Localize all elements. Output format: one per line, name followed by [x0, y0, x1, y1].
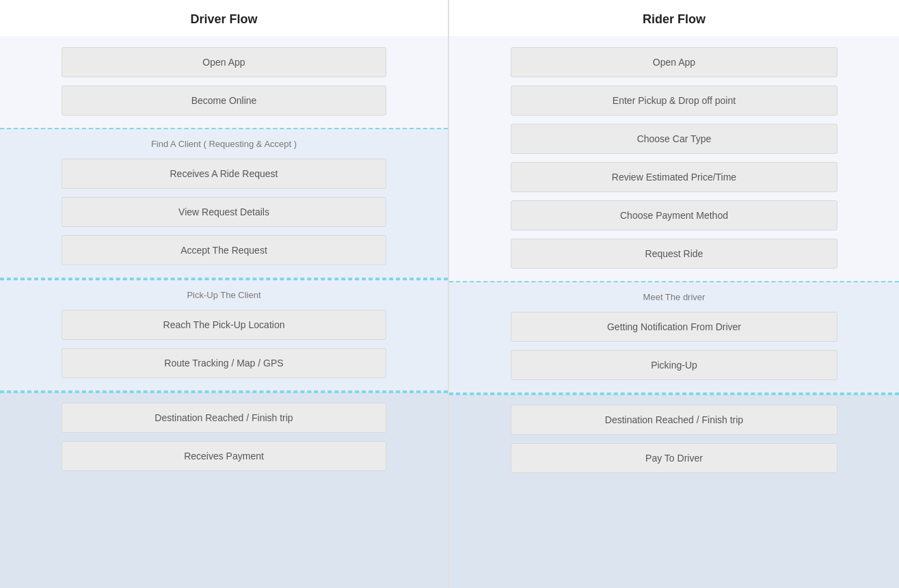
rider-choose-car-button[interactable]: Choose Car Type — [511, 124, 837, 154]
rider-section-2: Meet The driver Getting Notification Fro… — [449, 281, 899, 394]
rider-destination-reached-button[interactable]: Destination Reached / Finish trip — [511, 405, 837, 435]
driver-route-tracking-button[interactable]: Route Tracking / Map / GPS — [62, 348, 386, 378]
rider-picking-up-button[interactable]: Picking-Up — [511, 350, 837, 380]
driver-section3-label: Pick-Up The Client — [62, 290, 386, 300]
driver-column: Driver Flow Open App Become Online Find … — [0, 0, 449, 588]
rider-open-app-button[interactable]: Open App — [511, 47, 837, 77]
driver-section-4: Destination Reached / Finish trip Receiv… — [0, 392, 448, 588]
rider-column: Rider Flow Open App Enter Pickup & Drop … — [449, 0, 899, 588]
rider-title: Rider Flow — [449, 0, 899, 36]
driver-title: Driver Flow — [0, 0, 448, 36]
driver-section-3: Pick-Up The Client Reach The Pick-Up Loc… — [0, 279, 448, 392]
driver-accept-request-button[interactable]: Accept The Request — [62, 235, 386, 265]
driver-receives-request-button[interactable]: Receives A Ride Request — [62, 159, 386, 189]
driver-section-2: Find A Client ( Requesting & Accept ) Re… — [0, 128, 448, 279]
rider-section2-label: Meet The driver — [511, 292, 837, 302]
rider-section-3: Destination Reached / Finish trip Pay To… — [449, 394, 899, 588]
driver-open-app-button[interactable]: Open App — [62, 47, 386, 77]
driver-become-online-button[interactable]: Become Online — [62, 85, 386, 116]
rider-enter-pickup-button[interactable]: Enter Pickup & Drop off point — [511, 85, 837, 116]
driver-destination-reached-button[interactable]: Destination Reached / Finish trip — [62, 403, 386, 433]
rider-review-price-button[interactable]: Review Estimated Price/Time — [511, 162, 837, 192]
rider-pay-to-driver-button[interactable]: Pay To Driver — [511, 443, 837, 473]
rider-section-1: Open App Enter Pickup & Drop off point C… — [449, 36, 899, 281]
driver-view-request-button[interactable]: View Request Details — [62, 197, 386, 227]
rider-choose-payment-button[interactable]: Choose Payment Method — [511, 200, 837, 230]
driver-receives-payment-button[interactable]: Receives Payment — [62, 441, 386, 471]
rider-getting-notification-button[interactable]: Getting Notification From Driver — [511, 312, 837, 342]
driver-section2-label: Find A Client ( Requesting & Accept ) — [62, 139, 386, 149]
driver-section-1: Open App Become Online — [0, 36, 448, 128]
rider-request-ride-button[interactable]: Request Ride — [511, 239, 837, 269]
driver-reach-pickup-button[interactable]: Reach The Pick-Up Location — [62, 310, 386, 340]
